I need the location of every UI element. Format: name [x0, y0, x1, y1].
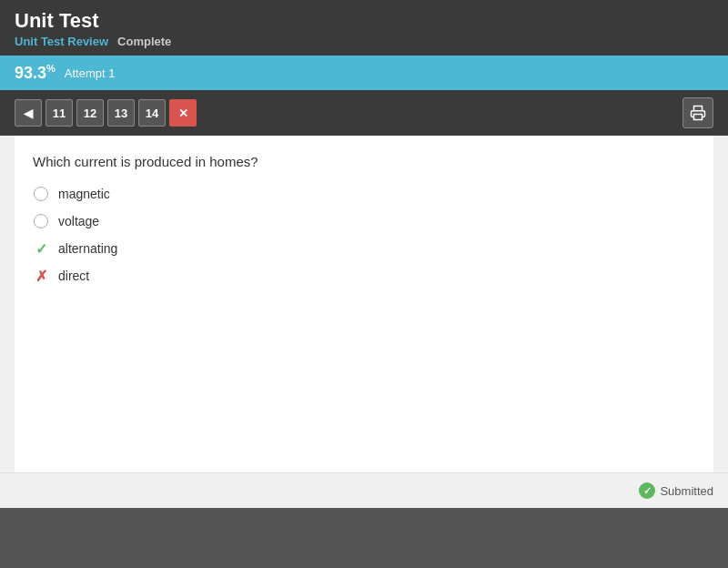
breadcrumb-row: Unit Test Review Complete — [15, 35, 713, 48]
list-item: ✓ alternating — [33, 240, 695, 257]
nav-page-12[interactable]: 12 — [76, 99, 104, 127]
answer-list: magnetic voltage ✓ alternating — [33, 186, 695, 284]
x-mark-icon: ✗ — [35, 268, 47, 285]
radio-circle — [34, 187, 48, 201]
page-title: Unit Test — [15, 9, 713, 33]
answer-icon-alternating: ✓ — [33, 240, 49, 257]
attempt-label: Attempt 1 — [65, 66, 116, 80]
score-bar: 93.3% Attempt 1 — [0, 56, 728, 90]
question-text: Which current is produced in homes? — [33, 154, 695, 169]
answer-label-magnetic: magnetic — [58, 187, 110, 201]
list-item: magnetic — [33, 186, 695, 202]
header: Unit Test Unit Test Review Complete — [0, 0, 728, 56]
nav-buttons: ◀ 11 12 13 14 ✕ — [15, 99, 197, 127]
answer-label-alternating: alternating — [58, 241, 117, 256]
list-item: voltage — [33, 213, 695, 229]
submitted-check-icon: ✓ — [639, 482, 655, 499]
checkmark-icon: ✓ — [35, 240, 47, 258]
breadcrumb-subtitle: Unit Test Review — [15, 35, 108, 48]
answer-icon-magnetic — [33, 186, 49, 202]
main-content: Which current is produced in homes? magn… — [0, 136, 728, 508]
nav-back-button[interactable]: ◀ — [15, 99, 42, 127]
question-card: Which current is produced in homes? magn… — [15, 136, 713, 472]
score-percent: 93.3% — [15, 63, 56, 83]
submitted-label: Submitted — [660, 484, 713, 498]
print-button[interactable] — [682, 97, 713, 128]
nav-bar: ◀ 11 12 13 14 ✕ — [0, 90, 728, 136]
app-container: Unit Test Unit Test Review Complete 93.3… — [0, 0, 728, 568]
nav-page-13[interactable]: 13 — [107, 99, 135, 127]
answer-icon-voltage — [33, 213, 49, 229]
nav-page-14[interactable]: 14 — [138, 99, 166, 127]
radio-circle — [34, 214, 48, 228]
footer: ✓ Submitted — [0, 472, 728, 508]
nav-page-11[interactable]: 11 — [46, 99, 73, 127]
list-item: ✗ direct — [33, 268, 695, 284]
svg-rect-0 — [694, 115, 703, 120]
answer-label-voltage: voltage — [58, 214, 99, 228]
nav-close-button[interactable]: ✕ — [169, 99, 197, 127]
completion-status: Complete — [117, 35, 171, 48]
print-icon — [690, 105, 706, 121]
answer-label-direct: direct — [58, 269, 89, 283]
submitted-badge: ✓ Submitted — [639, 482, 713, 499]
answer-icon-direct: ✗ — [33, 268, 49, 284]
